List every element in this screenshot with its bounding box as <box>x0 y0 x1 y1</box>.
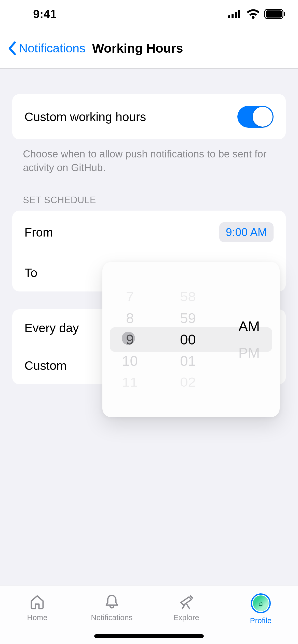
touch-indicator <box>122 332 135 345</box>
svg-rect-0 <box>228 15 230 18</box>
tab-home[interactable]: Home <box>0 593 75 622</box>
toggle-note: Choose when to allow push notifications … <box>23 147 275 174</box>
home-indicator[interactable] <box>94 634 204 638</box>
custom-hours-row[interactable]: Custom working hours <box>12 94 286 139</box>
from-row[interactable]: From 9:00 AM <box>12 211 286 254</box>
picker-minute-column[interactable]: 58 59 00 01 02 <box>157 262 219 417</box>
status-indicators <box>228 9 285 19</box>
cellular-icon <box>228 10 242 18</box>
status-time: 9:41 <box>33 7 57 21</box>
svg-rect-3 <box>238 10 240 18</box>
tab-notifications-label: Notifications <box>91 613 132 622</box>
from-time-button[interactable]: 9:00 AM <box>219 222 274 242</box>
nav-bar: Notifications Working Hours <box>0 28 298 69</box>
tab-home-label: Home <box>27 613 47 622</box>
page-title: Working Hours <box>92 41 183 56</box>
home-icon <box>29 593 46 610</box>
back-label: Notifications <box>19 41 85 55</box>
bell-icon <box>103 593 120 610</box>
picker-ampm-column[interactable]: AM PM <box>219 262 280 417</box>
avatar-icon: ⌂ <box>251 593 271 613</box>
schedule-header: SET SCHEDULE <box>23 195 275 206</box>
tab-profile[interactable]: ⌂ Profile <box>224 593 298 625</box>
wifi-icon <box>247 9 260 19</box>
telescope-icon <box>178 593 195 610</box>
chevron-left-icon <box>8 41 16 55</box>
back-button[interactable]: Notifications <box>8 41 85 55</box>
tab-notifications[interactable]: Notifications <box>75 593 149 622</box>
battery-icon <box>264 9 285 19</box>
content: Custom working hours Choose when to allo… <box>0 69 298 586</box>
tab-profile-label: Profile <box>250 616 272 625</box>
every-day-label: Every day <box>24 321 79 335</box>
from-label: From <box>24 225 53 239</box>
toggle-group: Custom working hours <box>12 94 286 139</box>
svg-rect-6 <box>284 12 285 16</box>
custom-days-label: Custom <box>24 359 66 373</box>
time-picker-popover[interactable]: 7 8 9 10 11 58 59 00 01 02 AM PM <box>102 262 280 417</box>
svg-rect-5 <box>266 10 282 18</box>
svg-rect-1 <box>232 14 234 18</box>
status-bar: 9:41 <box>0 0 298 28</box>
tab-explore[interactable]: Explore <box>149 593 224 622</box>
to-label: To <box>24 266 37 280</box>
svg-rect-2 <box>235 12 237 18</box>
custom-hours-toggle[interactable] <box>237 106 274 128</box>
custom-hours-label: Custom working hours <box>24 110 146 124</box>
tab-explore-label: Explore <box>173 613 199 622</box>
